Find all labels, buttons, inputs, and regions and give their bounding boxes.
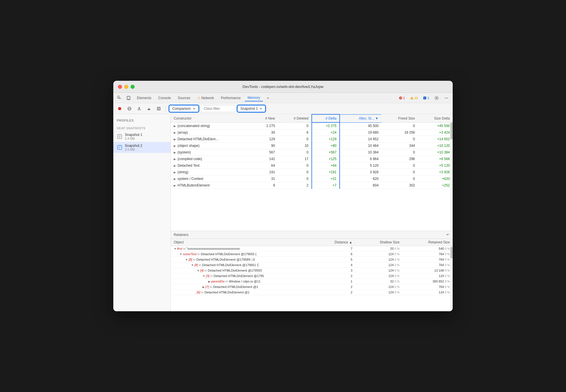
expand-arrow[interactable]: ▶	[174, 151, 176, 154]
device-icon[interactable]	[125, 94, 133, 102]
ret-expand-arrow[interactable]: ▼	[202, 274, 205, 278]
ret-retained-size: 13 108 0 %	[402, 268, 453, 273]
snapshot-1-name: Snapshot 1	[125, 133, 142, 137]
comparison-dropdown[interactable]: Comparison	[169, 105, 199, 112]
ret-retained-size: 124 0 %	[402, 273, 453, 279]
settings-icon[interactable]	[433, 94, 441, 102]
table-row[interactable]: ▶ (compiled code)14217+1256 864296+6 568	[171, 156, 453, 162]
ret-scrollbar-thumb[interactable]	[450, 247, 453, 258]
ret-col-shallow[interactable]: Shallow Size	[355, 239, 402, 246]
ret-class: Detached HTMLDivElement @179593	[208, 269, 262, 272]
table-row[interactable]: ▶ (object shape)9010+8010 464344+10 120	[171, 143, 453, 149]
snapshot-2-info: Snapshot 2 3.5 MB	[125, 144, 142, 151]
maximize-button[interactable]	[131, 85, 135, 89]
tab-network[interactable]: ⚠ Network	[194, 95, 217, 101]
retainer-row[interactable]: ▼first in "xxxxxxxxxxxxxxxxxxxxxxxxxxxxx…	[171, 246, 453, 251]
table-row[interactable]: ▶ system / Context310+316200+620	[171, 176, 453, 182]
more-options-icon[interactable]	[442, 94, 450, 102]
cell-size_delta: +10 120	[418, 143, 453, 149]
expand-arrow[interactable]: ▶	[174, 157, 176, 161]
expand-arrow[interactable]: ▶	[174, 124, 176, 128]
table-row[interactable]: ▶ (concatenated string)2 2750+2 27545 50…	[171, 122, 453, 129]
col-alloc-size[interactable]: Alloc. Si... ▼	[340, 114, 381, 122]
ret-retained-size: 540 0 %	[402, 246, 453, 251]
snapshot-1-info: Snapshot 1 3.4 MB	[125, 133, 142, 140]
cell-new: 64	[253, 162, 278, 169]
cell-freed_size: 352	[381, 182, 418, 189]
expand-arrow[interactable]: ▶	[174, 144, 176, 147]
cell-deleted: 2	[278, 182, 311, 189]
retainer-row[interactable]: ▼someText in Detached HTMLDivElement @17…	[171, 251, 453, 257]
retainer-row[interactable]: ▼[4] in Detached HTMLDivElement @1795933…	[171, 268, 453, 273]
col-delta[interactable]: # Delta	[312, 114, 340, 122]
col-size-delta[interactable]: Size Delta	[418, 114, 453, 122]
ret-in: in	[210, 274, 213, 278]
retainer-row[interactable]: ▼[8] in Detached HTMLDivElement @179589 …	[171, 257, 453, 262]
ret-in: in	[183, 247, 186, 250]
table-row[interactable]: ▶ (array)306+2419 68016 256+3 424	[171, 129, 453, 136]
col-new[interactable]: # New	[253, 114, 278, 122]
devtools-panel: Elements Console Sources ⚠ Network Perfo…	[113, 93, 453, 311]
filter-button[interactable]	[155, 105, 163, 113]
expand-arrow[interactable]: ▶	[174, 131, 176, 134]
col-freed-size[interactable]: Freed Size	[381, 114, 418, 122]
clear-button[interactable]	[125, 105, 133, 113]
ret-class: Detached HTMLDivElement @1	[213, 285, 258, 289]
expand-arrow[interactable]: ▶	[174, 171, 176, 174]
record-button[interactable]	[116, 105, 124, 113]
ret-expand-arrow[interactable]: ▶	[202, 285, 205, 289]
tab-elements[interactable]: Elements	[134, 95, 154, 101]
class-filter-input[interactable]	[201, 105, 235, 112]
tab-sources[interactable]: Sources	[175, 95, 193, 101]
snapshot-dropdown[interactable]: Snapshot 1	[237, 105, 266, 112]
ret-scrollbar-track[interactable]	[450, 239, 453, 311]
tab-more[interactable]: »	[264, 95, 272, 101]
ret-expand-arrow[interactable]: ▼	[185, 258, 188, 261]
table-row[interactable]: ▶ Detached HTMLDivElem...1290+12914 6520…	[171, 136, 453, 143]
ret-expand-arrow[interactable]: ▼	[197, 269, 200, 272]
cell-delta: +567	[312, 149, 340, 156]
download-button[interactable]	[145, 105, 153, 113]
scrollbar-track[interactable]	[450, 114, 453, 231]
ret-distance: 2	[312, 273, 355, 279]
ret-expand-arrow[interactable]: ▶	[208, 280, 211, 283]
cell-deleted: 0	[278, 176, 311, 182]
upload-button[interactable]	[135, 105, 143, 113]
ret-expand-arrow[interactable]: ▼	[179, 253, 182, 256]
tab-console[interactable]: Console	[155, 95, 174, 101]
table-row[interactable]: ▶ HTMLButtonElement92+7604352+252	[171, 182, 453, 189]
retainer-row[interactable]: ▶parentDiv in Window / cdpn.io @11132 0 …	[171, 279, 453, 284]
table-row[interactable]: ▶ (system)5670+56710 3840+10 384	[171, 149, 453, 156]
expand-arrow[interactable]: ▶	[174, 177, 176, 180]
tab-memory[interactable]: Memory	[245, 95, 263, 101]
table-row[interactable]: ▶ Detached Text640+645 1200+5 120	[171, 162, 453, 169]
ret-expand-arrow[interactable]: ▼	[174, 247, 177, 250]
tab-network-label: Network	[201, 96, 214, 100]
ret-col-object[interactable]: Object	[171, 239, 312, 246]
cell-size_delta: +3 928	[418, 169, 453, 176]
retainer-row[interactable]: ▶[7] in Detached HTMLDivElement @12124 0…	[171, 284, 453, 290]
tab-performance[interactable]: Performance	[218, 95, 244, 101]
minimize-button[interactable]	[124, 85, 128, 89]
retainer-row[interactable]: [6] in Detached HTMLDivElement @12124 0 …	[171, 290, 453, 295]
ret-col-retained[interactable]: Retained Size	[402, 239, 453, 246]
expand-arrow[interactable]: ▶	[174, 164, 176, 167]
ret-col-distance[interactable]: Distance ▲	[312, 239, 355, 246]
snapshot-item-1[interactable]: Snapshot 1 3.4 MB	[113, 131, 171, 142]
cell-delta: +80	[312, 143, 340, 149]
table-row[interactable]: ▶ (string)1910+1913 9280+3 928	[171, 169, 453, 176]
svg-text:!: !	[411, 97, 412, 99]
retainer-row[interactable]: ▼[8] in Detached HTMLDivElement @179661 …	[171, 262, 453, 268]
retainers-section: Retainers Object Distance ▲ Shallow Size…	[171, 231, 453, 311]
inspect-icon[interactable]	[116, 94, 124, 102]
svg-point-13	[446, 97, 447, 98]
scrollbar-thumb[interactable]	[450, 122, 453, 139]
close-button[interactable]	[118, 85, 122, 89]
expand-arrow[interactable]: ▶	[174, 138, 176, 141]
ret-expand-arrow[interactable]: ▼	[191, 264, 194, 267]
expand-arrow[interactable]: ▶	[174, 184, 176, 187]
col-constructor[interactable]: Constructor	[171, 114, 253, 122]
snapshot-item-2[interactable]: Snapshot 2 3.5 MB	[113, 142, 171, 153]
retainer-row[interactable]: ▼[3] in Detached HTMLDivElement @1795212…	[171, 273, 453, 279]
col-deleted[interactable]: # Deleted	[278, 114, 311, 122]
